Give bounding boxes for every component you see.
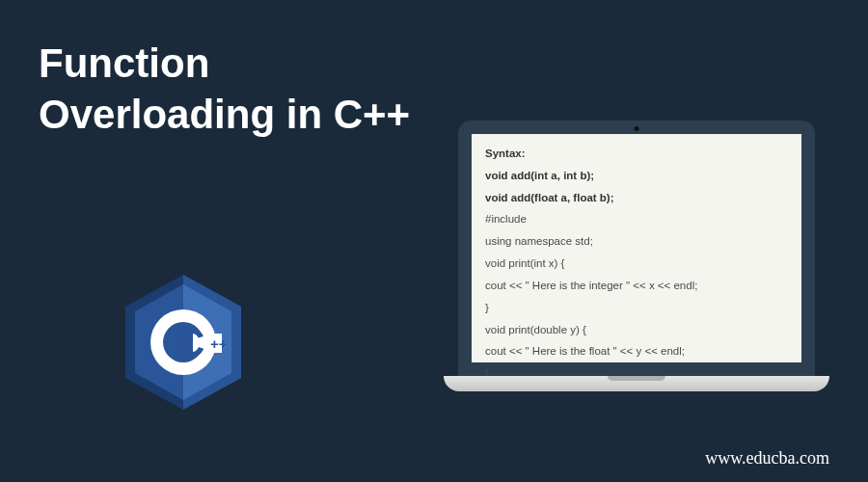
page-title: Function Overloading in C++ bbox=[39, 39, 444, 140]
svg-text:C: C bbox=[176, 320, 204, 365]
code-panel: Syntax: void add(int a, int b); void add… bbox=[472, 134, 801, 362]
site-url: www.educba.com bbox=[705, 448, 829, 469]
laptop-graphic: Syntax: void add(int a, int b); void add… bbox=[444, 120, 829, 391]
laptop-base bbox=[444, 376, 829, 391]
code-line-5: } bbox=[485, 300, 788, 317]
cpp-suffix: ++ bbox=[210, 335, 228, 352]
code-line-7: cout << " Here is the float " << y << en… bbox=[485, 343, 788, 361]
syntax-line-2: void add(float a, float b); bbox=[485, 190, 788, 207]
code-line-2: using namespace std; bbox=[485, 233, 788, 251]
code-line-1: #include bbox=[485, 211, 788, 228]
cpp-logo-icon: C ++ bbox=[116, 270, 251, 415]
laptop-screen: Syntax: void add(int a, int b); void add… bbox=[458, 120, 815, 376]
syntax-title: Syntax: bbox=[485, 146, 788, 163]
code-line-3: void print(int x) { bbox=[485, 255, 788, 273]
syntax-line-1: void add(int a, int b); bbox=[485, 168, 788, 185]
code-line-6: void print(double y) { bbox=[485, 322, 788, 339]
code-line-4: cout << " Here is the integer " << x << … bbox=[485, 278, 788, 295]
